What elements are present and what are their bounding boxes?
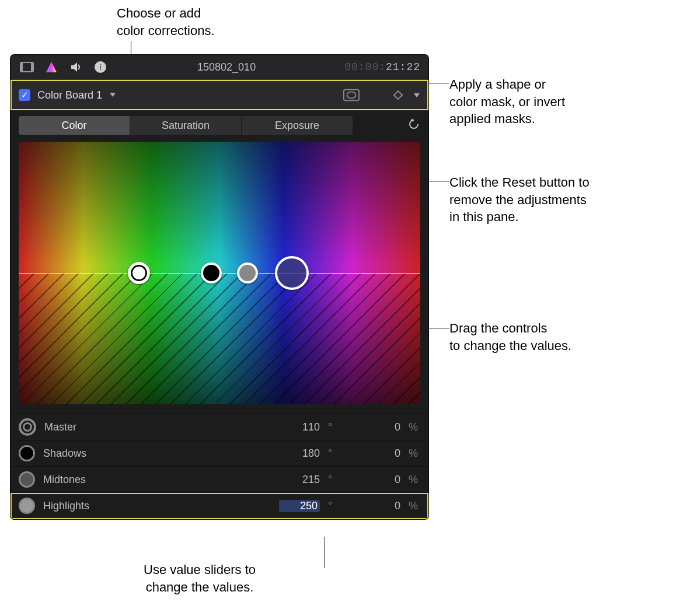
param-degree-value[interactable]: 180 [279, 447, 320, 460]
adjustment-tabs-row: Color Saturation Exposure [11, 110, 428, 139]
param-degree-value[interactable]: 250 [279, 500, 320, 512]
chevron-down-icon[interactable] [413, 90, 420, 100]
audio-icon[interactable] [68, 59, 84, 75]
inspector-header: i 150802_010 00:00:21:22 [11, 55, 428, 80]
param-label: Master [44, 421, 149, 433]
timecode-dim: 00:00: [344, 61, 386, 73]
tab-exposure[interactable]: Exposure [242, 116, 353, 135]
param-percent-value[interactable]: 0 [348, 447, 400, 460]
callout-sliders: Use value sliders to change the values. [144, 561, 256, 596]
param-label: Midtones [43, 474, 148, 486]
tab-saturation[interactable]: Saturation [130, 116, 242, 135]
svg-marker-3 [46, 62, 57, 72]
degree-unit: ° [328, 474, 340, 486]
mask-button[interactable] [343, 87, 360, 103]
adjustment-tabs: Color Saturation Exposure [19, 116, 353, 135]
param-percent-value[interactable]: 0 [348, 474, 400, 486]
timecode: 00:00:21:22 [344, 61, 420, 73]
callout-mask: Apply a shape or color mask, or invert a… [449, 76, 565, 128]
svg-marker-10 [394, 91, 402, 99]
color-board-container [11, 139, 428, 414]
svg-marker-4 [71, 62, 77, 72]
percent-unit: % [409, 474, 420, 486]
param-degree-value[interactable]: 215 [279, 474, 320, 486]
info-icon[interactable]: i [92, 59, 109, 75]
callout-top: Choose or add color corrections. [117, 5, 215, 39]
puck-midtones[interactable] [237, 262, 258, 284]
param-percent-value[interactable]: 0 [348, 500, 400, 512]
svg-marker-11 [414, 93, 420, 97]
color-icon[interactable] [43, 59, 60, 75]
callout-reset: Click the Reset button to remove the adj… [449, 174, 590, 226]
correction-selector-row: ✓ Color Board 1 [11, 80, 428, 110]
param-row-shadows: Shadows 180 ° 0 % [11, 440, 428, 467]
callout-line [325, 537, 325, 568]
color-inspector-panel: i 150802_010 00:00:21:22 ✓ Color Board 1… [11, 55, 428, 519]
video-icon[interactable] [19, 59, 35, 75]
swatch-midtones-icon [19, 471, 35, 488]
param-list: Master 110 ° 0 % Shadows 180 ° 0 % Midto… [11, 414, 428, 519]
correction-name[interactable]: Color Board 1 [37, 89, 102, 102]
param-row-midtones: Midtones 215 ° 0 % [11, 467, 428, 493]
swatch-shadows-icon [19, 445, 35, 461]
svg-point-9 [347, 92, 356, 98]
puck-shadows[interactable] [201, 262, 222, 284]
percent-unit: % [409, 447, 420, 460]
param-label: Highlights [43, 500, 148, 512]
degree-unit: ° [328, 421, 340, 433]
puck-highlights[interactable] [275, 256, 309, 290]
degree-unit: ° [328, 447, 340, 460]
timecode-bright: 21:22 [386, 61, 420, 73]
callout-pucks: Drag the controls to change the values. [449, 320, 571, 354]
param-label: Shadows [43, 447, 148, 460]
color-board[interactable] [19, 142, 420, 404]
svg-marker-7 [110, 93, 116, 97]
param-row-master: Master 110 ° 0 % [11, 414, 428, 440]
swatch-master-icon [19, 418, 36, 436]
percent-unit: % [409, 500, 420, 512]
svg-rect-2 [31, 62, 33, 72]
chevron-down-icon[interactable] [109, 91, 116, 99]
correction-enable-checkbox[interactable]: ✓ [19, 89, 30, 101]
svg-rect-1 [20, 62, 23, 72]
checkmark-icon: ✓ [21, 90, 29, 100]
clip-name: 150802_010 [117, 61, 336, 74]
svg-text:i: i [99, 63, 102, 72]
reset-button[interactable] [407, 118, 420, 133]
degree-unit: ° [328, 500, 340, 512]
keyframe-diamond-icon[interactable] [390, 87, 406, 103]
puck-master[interactable] [128, 262, 150, 284]
param-degree-value[interactable]: 110 [279, 421, 320, 433]
swatch-highlights-icon [19, 498, 35, 514]
param-row-highlights: Highlights 250 ° 0 % [11, 493, 428, 519]
tab-color[interactable]: Color [19, 116, 130, 135]
percent-unit: % [409, 421, 420, 433]
param-percent-value[interactable]: 0 [348, 421, 400, 433]
